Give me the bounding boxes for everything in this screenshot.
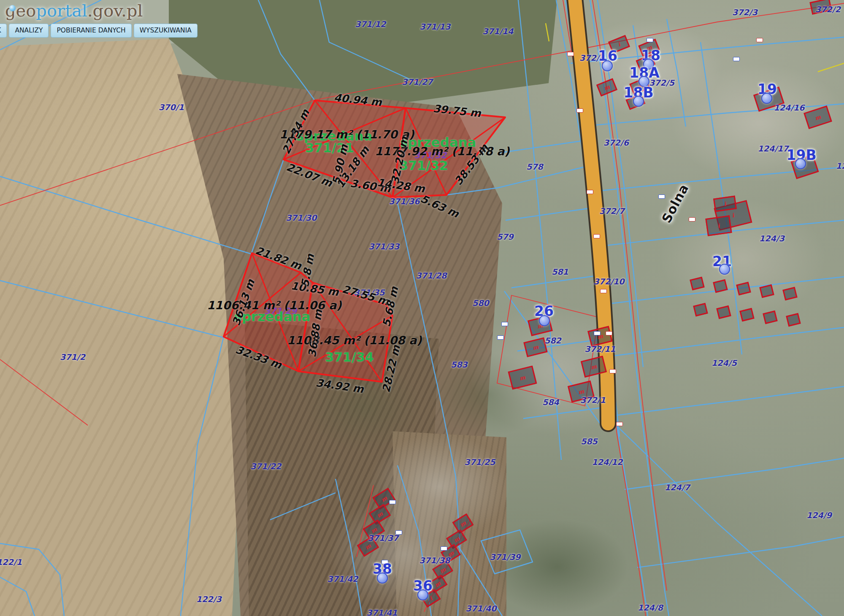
map-annotation-tag-blue: [441, 546, 447, 551]
map-annotation-tag-blue: [389, 500, 396, 504]
parcel-number-label: 371/30: [286, 213, 316, 222]
address-point-dot: [795, 158, 806, 169]
logo-text-suffix: .gov.pl: [87, 1, 143, 20]
parcel-number-label: 371/14: [482, 27, 513, 36]
parcel-number-label: 578: [526, 162, 543, 171]
building-outline: i: [705, 215, 732, 236]
parcel-number-label: 124/8: [638, 603, 663, 612]
parcel-number-label: 371/2: [60, 352, 85, 362]
parcel-number-label: 124/17: [757, 144, 788, 153]
map-annotation-tag-red: [609, 369, 616, 373]
parcel-number-label: 371/36: [389, 197, 419, 206]
parcel-number-label: 372/11: [584, 344, 615, 354]
building-type-letter: m: [519, 374, 526, 381]
building-type-letter: i: [731, 212, 735, 218]
parcel-number-label: 122/1: [0, 557, 22, 567]
parcel-number-label: 582: [544, 336, 561, 345]
map-annotation-tag-blue: [658, 195, 665, 199]
parcel-number-label: 371/41: [366, 608, 397, 616]
parcel-number-label: 371/28: [416, 271, 446, 280]
address-point-dot: [719, 264, 730, 275]
parcel-number-label: 371/42: [327, 574, 358, 584]
parcel-number-label: 371/27: [402, 77, 433, 86]
geoportal-logo[interactable]: geoportal.gov.pl: [5, 1, 143, 20]
logo-text-geo: geo: [5, 1, 36, 20]
map-annotation-tag-red: [600, 289, 607, 293]
parcel-number-label: 371/37: [368, 533, 398, 543]
main-menu: OKANALIZYPOBIERANIE DANYCHWYSZUKIWANIA: [0, 24, 200, 38]
building-type-letter: m: [434, 580, 442, 588]
building-type-letter: m: [578, 388, 585, 395]
building-type-letter: m: [453, 535, 461, 543]
parcel-number-label: 124/16: [774, 103, 804, 112]
parcel-number-label: 124/5: [711, 358, 737, 367]
parcel-number-label: 371/13: [419, 22, 450, 31]
sold-parcel-number-label: 371/32: [399, 158, 448, 173]
map-annotation-tag-red: [567, 52, 574, 56]
building-type-letter: i: [717, 223, 720, 229]
parcel-number-label: 371/22: [250, 462, 281, 471]
parcel-number-label: 371/33: [368, 242, 399, 251]
building-type-letter: m: [590, 363, 598, 370]
menu-tab-pobieranie-danych[interactable]: POBIERANIE DANYCH: [51, 24, 131, 38]
parcel-number-label: 371/39: [490, 552, 520, 562]
logo-ball-icon: [9, 5, 16, 11]
parcel-number-label: 124/3: [759, 234, 784, 243]
building-type-letter: m: [532, 344, 539, 351]
map-annotation-tag-blue: [501, 322, 508, 326]
building-type-letter: i: [724, 201, 727, 207]
building-type-letter: m: [370, 526, 378, 534]
parcel-number-label: 124/9: [806, 511, 832, 520]
parcel-number-label: 583: [451, 360, 468, 369]
parcel-number-label: 580: [472, 298, 489, 308]
parcel-number-label: 371/38: [419, 556, 450, 565]
menu-tab-ok[interactable]: OK: [0, 24, 7, 38]
address-point-dot: [539, 315, 550, 326]
menu-tab-analizy[interactable]: ANALIZY: [9, 24, 49, 38]
building-type-letter: m: [376, 511, 384, 518]
parcel-number-label: 584: [542, 397, 559, 407]
parcel-number-label: 371/40: [465, 604, 496, 613]
parcel-number-label: 372/2: [815, 5, 841, 14]
map-annotation-tag-red: [616, 422, 623, 426]
map-canvas[interactable]: Solna geoportal.gov.pl OKANALIZYPOBIERAN…: [0, 0, 844, 616]
map-annotation-tag-red: [593, 234, 600, 238]
parcel-number-label: 372/3: [732, 8, 757, 17]
parcel-number-label: 579: [497, 232, 514, 241]
building-type-letter: i: [617, 41, 621, 47]
menu-tab-wyszukiwania[interactable]: WYSZUKIWANIA: [134, 24, 197, 38]
parcel-number-label: 371/12: [355, 19, 386, 29]
map-annotation-tag-red: [606, 331, 612, 335]
address-point-dot: [377, 573, 388, 584]
map-annotation-tag-red: [756, 38, 763, 42]
building-type-letter: i: [428, 595, 433, 601]
address-point-dot: [761, 93, 772, 104]
address-point-dot: [633, 96, 644, 107]
address-point-dot: [602, 60, 613, 71]
logo-text-portal: portal: [36, 1, 87, 20]
map-annotation-tag-red: [576, 108, 583, 113]
map-annotation-tag-blue: [733, 57, 740, 61]
sold-parcel-number-label: 371/34: [325, 350, 373, 365]
map-annotation-tag-blue: [497, 335, 504, 340]
parcel-number-label: 372/6: [603, 138, 629, 147]
parcel-number-label: 372/1: [580, 395, 606, 405]
parcel-number-label: 372/7: [599, 206, 625, 216]
building-type-letter: m: [380, 495, 388, 503]
building-type-letter: m: [364, 543, 372, 550]
parcel-number-label: 124/12: [592, 457, 622, 467]
parcel-number-label: 122/3: [196, 594, 222, 604]
building-type-letter: m: [459, 520, 467, 527]
map-annotation-tag-red: [689, 217, 695, 222]
parcel-number-label: 581: [552, 267, 568, 276]
building-type-letter: m: [603, 84, 611, 91]
building-type-letter: m: [439, 566, 447, 574]
building-type-letter: m: [814, 114, 821, 121]
parcel-number-label: 370/1: [159, 103, 184, 112]
parcel-number-label: 372/10: [593, 277, 624, 286]
parcel-number-label: 12: [836, 161, 844, 170]
address-point-dot: [417, 589, 428, 600]
parcel-number-label: 124/7: [665, 483, 690, 492]
map-annotation-tag-blue: [647, 38, 653, 42]
map-annotation-tag-red: [587, 190, 593, 194]
